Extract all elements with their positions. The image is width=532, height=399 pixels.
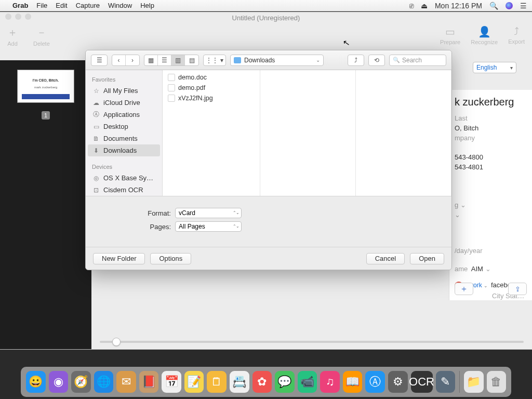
file-row[interactable]: demo.pdf: [163, 83, 260, 93]
downloads-stack[interactable]: 📁: [464, 371, 484, 393]
dialog-button-bar: New Folder Options Cancel Open: [86, 247, 451, 270]
add-field-button[interactable]: ＋: [455, 283, 473, 295]
dock-app-14[interactable]: 📖: [343, 371, 363, 393]
arrange-button[interactable]: ⋮⋮ ▾: [203, 55, 226, 66]
dock-app-11[interactable]: 💬: [275, 371, 295, 393]
trash-icon[interactable]: 🗑: [487, 371, 507, 393]
nav-back-forward[interactable]: ‹›: [112, 55, 140, 66]
contact-title-field[interactable]: O, Bitch: [455, 124, 527, 132]
menu-help[interactable]: Help: [140, 2, 154, 9]
menu-file[interactable]: File: [36, 2, 47, 9]
page-thumbnail[interactable]: I'm CEO, Bitch. mark zuckerberg: [17, 70, 74, 103]
file-icon: [168, 74, 175, 81]
file-row[interactable]: xVzJ2fN.jpg: [163, 93, 260, 103]
dock-app-4[interactable]: ✉︎: [116, 371, 136, 393]
window-titlebar: Untitled (Unregistered): [0, 12, 532, 23]
desktop-icon: ▭: [92, 123, 100, 130]
favorites-header: Favorites: [86, 74, 162, 85]
pages-label: Pages:: [98, 223, 171, 231]
location-dropdown[interactable]: Downloads: [230, 55, 324, 66]
delete-button[interactable]: －Delete: [33, 25, 50, 47]
dock-app-10[interactable]: ✿: [252, 371, 272, 393]
contact-phone-1[interactable]: 543-4800: [455, 153, 527, 161]
sidebar-downloads[interactable]: ⬇Downloads: [88, 144, 160, 156]
contact-birthday-field[interactable]: /day/year: [455, 247, 527, 255]
pages-select[interactable]: All Pages: [175, 221, 242, 232]
dock-app-15[interactable]: Ⓐ: [365, 371, 385, 393]
dock-app-2[interactable]: 🧭: [71, 371, 91, 393]
sidebar-documents[interactable]: 🗎Documents: [86, 132, 162, 144]
notification-center-icon[interactable]: ☰: [520, 2, 527, 10]
zoom-slider[interactable]: [100, 335, 524, 349]
dock-app-5[interactable]: 📕: [139, 371, 159, 393]
menu-capture[interactable]: Capture: [76, 2, 100, 9]
sidebar-icloud[interactable]: ☁iCloud Drive: [86, 97, 162, 109]
contact-name[interactable]: k zuckerberg: [455, 96, 527, 108]
column-view[interactable]: ▥: [171, 55, 185, 65]
zoom-slider-knob[interactable]: [112, 338, 121, 346]
folder-icon: [234, 57, 241, 63]
dock-app-16[interactable]: ⚙: [388, 371, 408, 393]
new-folder-button[interactable]: New Folder: [93, 253, 145, 264]
open-button[interactable]: Open: [410, 253, 444, 264]
share-button[interactable]: ⤴: [348, 55, 364, 66]
format-select[interactable]: vCard: [175, 208, 242, 218]
dock-app-9[interactable]: 📇: [230, 371, 249, 393]
sidebar-device-0[interactable]: ◎OS X Base Sy…: [86, 172, 162, 184]
search-input[interactable]: Search: [389, 55, 446, 66]
open-file-dialog: ☰ ‹› ▦☰▥▤ ⋮⋮ ▾ Downloads ⤴ ⟲ Search Favo…: [85, 50, 452, 270]
icon-view[interactable]: ▦: [144, 55, 158, 65]
dock-app-13[interactable]: ♫: [320, 371, 340, 393]
dock-app-7[interactable]: 📝: [184, 371, 204, 393]
dock-app-0[interactable]: 😀: [26, 371, 46, 393]
list-view[interactable]: ☰: [158, 55, 171, 65]
contact-phone-2[interactable]: 543-4801: [455, 163, 527, 171]
language-select[interactable]: English: [473, 62, 516, 73]
export-button[interactable]: ⤴Export: [508, 25, 525, 45]
prepare-button[interactable]: ▭Prepare: [440, 25, 460, 45]
contact-ringtone-row[interactable]: g ⌄: [455, 201, 527, 209]
back-button[interactable]: ‹: [112, 55, 126, 65]
sidebar-applications[interactable]: ⒶApplications: [86, 109, 162, 121]
disc-icon: ◎: [92, 175, 100, 182]
dock-app-6[interactable]: 📅: [162, 371, 181, 393]
sidebar-all-my-files[interactable]: ☆All My Files: [86, 85, 162, 97]
dock-app-18[interactable]: ✎: [436, 371, 456, 393]
tags-button[interactable]: ⟲: [368, 55, 385, 66]
dock-app-12[interactable]: 📹: [298, 371, 317, 393]
recognize-button[interactable]: 👤Recognize: [471, 25, 498, 45]
toggle-sidebar-button[interactable]: ☰: [91, 55, 108, 66]
contact-texttone-row[interactable]: ⌄: [455, 211, 527, 219]
dock-app-8[interactable]: 🗒: [207, 371, 227, 393]
dock-app-17[interactable]: OCR: [411, 371, 433, 393]
menu-edit[interactable]: Edit: [56, 2, 67, 9]
contact-im-row[interactable]: ame AIM ⌄: [455, 265, 527, 273]
menu-window[interactable]: Window: [108, 2, 132, 9]
airplay-icon[interactable]: ⎚: [409, 2, 414, 10]
app-menu[interactable]: Grab: [12, 2, 28, 9]
contact-lastname-field[interactable]: Last: [455, 114, 527, 122]
forward-button[interactable]: ›: [126, 55, 139, 65]
view-mode-segmented[interactable]: ▦☰▥▤: [144, 55, 199, 66]
dock-app-3[interactable]: 🌐: [94, 371, 114, 393]
sidebar-desktop[interactable]: ▭Desktop: [86, 121, 162, 132]
file-column-3: [356, 70, 451, 196]
add-button[interactable]: ＋Add: [7, 25, 18, 47]
gallery-view[interactable]: ▤: [185, 55, 198, 65]
file-row[interactable]: demo.doc: [163, 72, 260, 83]
sidebar-device-1[interactable]: ⊡Cisdem OCR: [86, 184, 162, 196]
window-traffic-lights[interactable]: [5, 14, 31, 20]
export-icon: ⤴: [514, 25, 519, 37]
eject-icon[interactable]: ⏏: [421, 2, 428, 10]
dock-app-1[interactable]: ◉: [49, 371, 69, 393]
contact-company-field[interactable]: mpany: [455, 134, 527, 142]
macos-dock: 😀◉🧭🌐✉︎📕📅📝🗒📇✿💬📹♫📖Ⓐ⚙OCR✎📁🗑: [21, 367, 511, 397]
document-icon: ▭: [445, 25, 455, 38]
app-toolbar: ＋Add －Delete ▭Prepare 👤Recognize ⤴Export: [0, 23, 532, 48]
spotlight-icon[interactable]: 🔍: [489, 2, 498, 10]
options-button[interactable]: Options: [150, 253, 191, 264]
siri-icon[interactable]: [506, 2, 513, 9]
share-contact-button[interactable]: ⇪: [508, 283, 527, 295]
menubar-clock[interactable]: Mon 12:16 PM: [435, 2, 482, 10]
cancel-button[interactable]: Cancel: [366, 253, 405, 264]
